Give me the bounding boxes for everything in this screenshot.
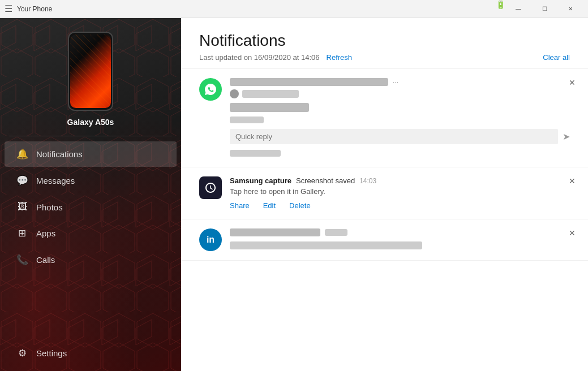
clear-all-button[interactable]: Clear all bbox=[543, 53, 570, 62]
titlebar-left: ☰ Your Phone bbox=[5, 3, 52, 14]
notifications-icon: 🔔 bbox=[16, 148, 28, 160]
hamburger-menu[interactable]: ☰ bbox=[5, 3, 12, 14]
battery-icon: 🔋 bbox=[496, 0, 505, 18]
sidebar-item-notifications[interactable]: 🔔 Notifications bbox=[5, 141, 177, 167]
linkedin-icon-text: in bbox=[207, 235, 214, 245]
linkedin-app-icon: in bbox=[199, 228, 222, 251]
main-content: Notifications Last updated on 16/09/2020… bbox=[181, 18, 588, 371]
samsung-notif-row: Samsung capture Screenshot saved 14:03 T… bbox=[199, 176, 570, 210]
messages-icon: 💬 bbox=[16, 175, 28, 187]
apps-label: Apps bbox=[36, 228, 55, 238]
window-controls: 🔋 — ☐ ✕ bbox=[496, 0, 583, 18]
phone-mockup bbox=[68, 32, 113, 111]
whatsapp-send-button[interactable]: ➤ bbox=[563, 131, 570, 142]
messages-label: Messages bbox=[36, 176, 75, 186]
notification-samsung-capture: ✕ Samsung capture Screenshot saved 14:03 bbox=[181, 167, 588, 219]
close-button[interactable]: ✕ bbox=[557, 0, 583, 18]
calls-label: Calls bbox=[36, 255, 55, 265]
notifications-header: Notifications Last updated on 16/09/2020… bbox=[181, 18, 588, 69]
calls-icon: 📞 bbox=[16, 254, 28, 266]
app-body: Galaxy A50s 🔔 Notifications 💬 Messages 🖼… bbox=[0, 18, 588, 371]
sidebar-item-calls[interactable]: 📞 Calls bbox=[5, 247, 177, 273]
app-title: Your Phone bbox=[17, 5, 52, 13]
phone-screen bbox=[70, 34, 111, 108]
maximize-button[interactable]: ☐ bbox=[531, 0, 557, 18]
linkedin-close-button[interactable]: ✕ bbox=[565, 226, 579, 240]
photos-label: Photos bbox=[36, 202, 63, 212]
delete-button[interactable]: Delete bbox=[289, 201, 311, 210]
samsung-app-icon bbox=[199, 176, 222, 199]
whatsapp-timestamp: ··· bbox=[393, 78, 398, 86]
samsung-notif-body: Samsung capture Screenshot saved 14:03 T… bbox=[230, 176, 570, 210]
samsung-app-name: Samsung capture bbox=[230, 176, 291, 185]
sidebar: Galaxy A50s 🔔 Notifications 💬 Messages 🖼… bbox=[0, 18, 181, 371]
notifications-title: Notifications bbox=[199, 32, 570, 50]
apps-icon: ⊞ bbox=[16, 227, 28, 239]
samsung-event: Screenshot saved bbox=[296, 176, 355, 185]
sidebar-nav: 🔔 Notifications 💬 Messages 🖼 Photos ⊞ Ap… bbox=[0, 141, 181, 340]
notification-whatsapp: ✕ ··· bbox=[181, 69, 588, 167]
samsung-sub-text: Tap here to open it in Gallery. bbox=[230, 187, 570, 196]
samsung-close-button[interactable]: ✕ bbox=[565, 174, 579, 188]
sidebar-item-photos[interactable]: 🖼 Photos bbox=[5, 195, 177, 219]
phone-section: Galaxy A50s bbox=[0, 18, 181, 136]
whatsapp-reply-input[interactable] bbox=[230, 129, 558, 144]
minimize-button[interactable]: — bbox=[505, 0, 531, 18]
sidebar-item-messages[interactable]: 💬 Messages bbox=[5, 168, 177, 193]
sidebar-item-apps[interactable]: ⊞ Apps bbox=[5, 221, 177, 246]
whatsapp-notif-row: ··· bbox=[199, 78, 570, 158]
sidebar-divider bbox=[9, 136, 172, 136]
photos-icon: 🖼 bbox=[16, 201, 28, 213]
samsung-time: 14:03 bbox=[359, 177, 376, 185]
notifications-list: ✕ ··· bbox=[181, 69, 588, 371]
settings-icon: ⚙ bbox=[16, 347, 28, 359]
refresh-link[interactable]: Refresh bbox=[327, 53, 353, 62]
share-button[interactable]: Share bbox=[230, 201, 250, 210]
notifications-meta: Last updated on 16/09/2020 at 14:06 Refr… bbox=[199, 53, 570, 62]
whatsapp-app-icon bbox=[199, 78, 222, 101]
linkedin-notif-row: in bbox=[199, 228, 570, 251]
last-updated-text: Last updated on 16/09/2020 at 14:06 bbox=[199, 53, 320, 62]
notification-linkedin: ✕ in bbox=[181, 219, 588, 261]
edit-button[interactable]: Edit bbox=[263, 201, 276, 210]
device-name: Galaxy A50s bbox=[67, 118, 114, 127]
whatsapp-reply-area: ➤ bbox=[230, 129, 570, 144]
sidebar-bottom: ⚙ Settings bbox=[0, 340, 181, 371]
titlebar: ☰ Your Phone 🔋 — ☐ ✕ bbox=[0, 0, 588, 18]
whatsapp-close-button[interactable]: ✕ bbox=[565, 76, 579, 89]
notifications-label: Notifications bbox=[36, 149, 83, 159]
settings-label: Settings bbox=[36, 348, 67, 358]
whatsapp-notif-body: ··· bbox=[230, 78, 570, 158]
samsung-notif-title: Samsung capture Screenshot saved 14:03 bbox=[230, 176, 570, 185]
samsung-actions: Share Edit Delete bbox=[230, 201, 570, 210]
sidebar-item-settings[interactable]: ⚙ Settings bbox=[5, 340, 177, 366]
linkedin-notif-body bbox=[230, 228, 570, 250]
